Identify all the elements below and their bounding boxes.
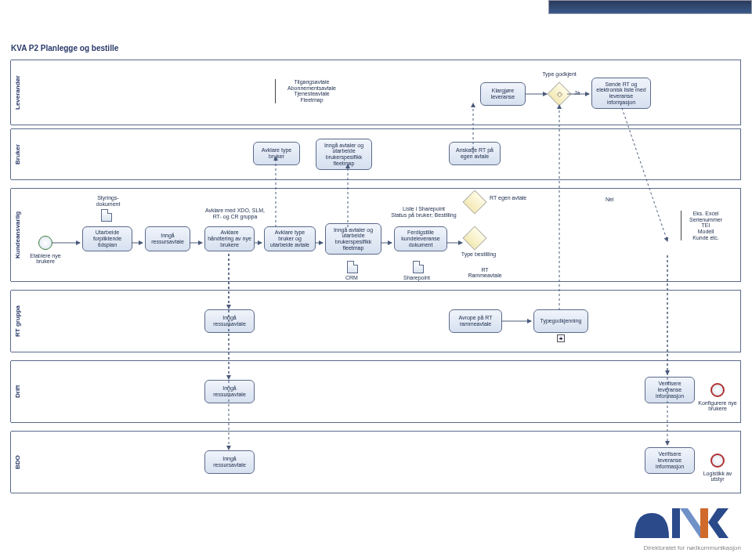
task-typegodkjenning: Typegodkjenning (533, 309, 588, 333)
task-innga-avtaler-fleetmap: Inngå avtaler og utarbeide brukerspesifi… (316, 139, 372, 170)
task-innga-ressursavtale-dri: Inngå ressursavtale (204, 380, 255, 403)
lane-label-bruker: Bruker (10, 129, 24, 179)
document-icon-sharepoint (413, 261, 424, 273)
task-klargjore-leveranse: Klargjøre leveranse (480, 82, 526, 106)
gateway-rt-egen-avtale (462, 190, 486, 214)
end-event-logistikk (710, 453, 725, 468)
lane-label-bdo: BDO (10, 432, 24, 493)
task-utarbeide-tidsplan: Utarbeide forpliktende tidsplan (82, 226, 132, 251)
logo-mark (631, 507, 741, 543)
task-innga-ressursavtale-rtg: Inngå ressursavtale (204, 309, 255, 333)
logo-dnk: Direktoratet for nødkommunikasjon (569, 507, 741, 554)
task-verifisere-leveranse-dri: Verifisere leveranse informasjon (645, 377, 695, 403)
annotation-sharepoint-liste: Liste i SharepointStatus på bruker; Best… (385, 206, 463, 218)
document-icon-crm (347, 261, 358, 273)
gateway-label-rt-egen-avtale: RT egen avtale (490, 195, 537, 201)
lane-label-drift: Drift (10, 361, 24, 422)
subprocess-icon: + (557, 334, 565, 342)
label-crm: CRM (345, 275, 358, 280)
gateway-type-godkjent: ◇ (547, 81, 571, 106)
gateway-label-type-bestilling: Type bestilling (455, 251, 502, 257)
annotation-eks-excel: Eks. ExcelSerienummerTEIModellKunde etc. (681, 211, 728, 240)
task-avklare-type-bruker-avtale: Avklare type bruker og utarbeide avtale (264, 226, 316, 251)
document-icon-styrings (101, 209, 112, 222)
diagram-title: KVA P2 Planlegge og bestille (11, 44, 118, 52)
task-innga-avtaler-fleetmap-kun: Inngå avtaler og utarbeide brukerspesifi… (325, 223, 381, 255)
task-anskaffe-rt-egen: Anskaffe RT på egen avtale (449, 142, 501, 165)
start-label-etablere: Etablere nye brukere (26, 253, 65, 264)
lane-drift: Drift Inngå ressursavtale Verifisere lev… (11, 360, 741, 423)
gateway-label-type-godkjent: Type godkjent (540, 71, 579, 77)
task-verifisere-leveranse-bdo: Verifisere leveranse informasjon (645, 447, 695, 474)
lane-bdo: BDO Inngå ressursavtale Verifisere lever… (11, 431, 741, 493)
gateway-type-bestilling (462, 226, 486, 250)
task-ferdigstille-kundeleveranse: Ferdigstille kundeleveranse dokument (394, 226, 447, 251)
lane-label-kundeansvarlig: Kundeansvarlig (10, 189, 24, 281)
end-label-konfigurere: Konfigurere nye brukere (698, 400, 737, 411)
task-innga-ressursavtale-kun: Inngå ressursavtale (145, 226, 190, 251)
lane-label-rt-gruppa: RT gruppa (10, 291, 24, 352)
end-label-logistikk: Logistikk av utstyr (698, 471, 737, 482)
task-avrope-rt-rammeavtale: Avrope på RT rammeavtale (449, 309, 502, 333)
task-avklare-type-bruker: Avklare type bruker (253, 142, 300, 165)
label-rt-rammeavtale: RTRammeavtale (461, 267, 508, 278)
start-event-etablere (38, 236, 52, 250)
header-banner (548, 0, 752, 14)
flow-label-nei: Nei (606, 197, 614, 202)
task-sende-rt-liste: Sende RT og elektronisk liste med levera… (591, 78, 651, 109)
task-avklare-handtering: Avklare håndtering av nye brukere (204, 226, 255, 251)
task-innga-ressursavtale-bdo: Inngå ressursavtale (204, 450, 255, 474)
flow-label-ja: Ja (574, 90, 580, 96)
label-sharepoint: Sharepoint (403, 275, 430, 280)
lane-bruker: Bruker Avklare type bruker Inngå avtaler… (11, 128, 741, 180)
end-event-konfigurere (710, 383, 725, 397)
svg-rect-21 (700, 508, 708, 538)
svg-rect-20 (672, 508, 680, 538)
logo-subtitle: Direktoratet for nødkommunikasjon (644, 544, 742, 551)
lane-rt-gruppa: RT gruppa Inngå ressursavtale Avrope på … (11, 290, 741, 352)
lane-kundeansvarlig: Kundeansvarlig Etablere nye brukere Styr… (11, 188, 741, 282)
lane-label-leverandor: Leverandør (10, 60, 24, 125)
annotation-avtaler: TilgangsavtaleAbonnementsavtaleTjenestea… (275, 79, 345, 103)
annotation-styringsdokument: Styrings-dokument (89, 195, 128, 207)
lane-leverandor: Leverandør TilgangsavtaleAbonnementsavta… (11, 60, 741, 125)
annotation-avklare-xdo: Avklare med XDO, SLM,RT- og CR gruppa (200, 208, 270, 219)
